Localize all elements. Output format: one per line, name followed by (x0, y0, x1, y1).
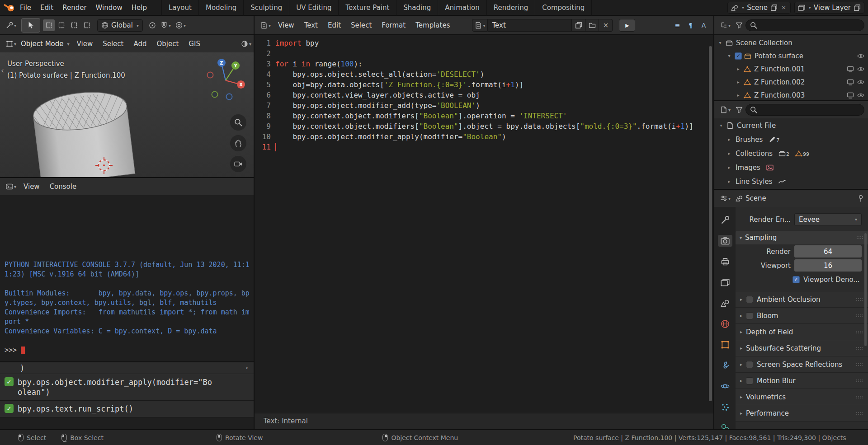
workspace-tab-layout[interactable]: Layout (161, 0, 199, 15)
editor-type-button[interactable]: ▾ (4, 180, 19, 193)
monitor-icon[interactable] (847, 66, 854, 73)
expand-icon[interactable]: ▸ (735, 66, 741, 71)
viewport-menu-gis[interactable]: GIS (184, 35, 205, 53)
monitor-icon[interactable] (847, 79, 854, 86)
blend-file-row-images[interactable]: ▸Images (714, 160, 868, 174)
mode-dropdown[interactable]: Object Mode ▾ (19, 37, 72, 51)
3d-viewport[interactable]: ▾ Object Mode ▾ ViewSelectAddObjectGIS ▾ (0, 35, 254, 177)
expand-icon[interactable]: ▸ (726, 137, 732, 142)
filter-icon[interactable] (736, 106, 743, 113)
filter-icon[interactable] (736, 22, 743, 29)
properties-tab-output[interactable] (718, 256, 732, 267)
text-menu-view[interactable]: View (273, 16, 299, 34)
expand-icon[interactable]: ▸ (735, 80, 741, 84)
workspace-tab-modeling[interactable]: Modeling (199, 0, 244, 15)
shading-dropdown[interactable]: ▾ (239, 37, 254, 51)
panel-drag-grip[interactable] (856, 347, 863, 350)
workspace-tab-texture-paint[interactable]: Texture Paint (339, 0, 396, 15)
panel-drag-grip[interactable] (856, 314, 863, 318)
viewport-samples-field[interactable]: 16 (794, 259, 862, 272)
syntax-highlight-toggle[interactable]: A (698, 19, 710, 32)
panel-bloom[interactable]: ▸Bloom (736, 308, 868, 324)
eye-icon[interactable] (857, 79, 864, 86)
panel-drag-grip[interactable] (856, 298, 863, 301)
panel-drag-grip[interactable] (856, 395, 863, 399)
navigation-gizmo[interactable]: ZYX (203, 57, 248, 102)
properties-tab-tool[interactable] (718, 214, 732, 226)
menu-window[interactable]: Window (91, 4, 127, 12)
text-menu-format[interactable]: Format (377, 16, 410, 34)
outliner-row-potato-surface[interactable]: ▾Potato surface (714, 49, 868, 62)
code-area[interactable]: 1234567891011 import bpyfor i in range(1… (255, 35, 713, 413)
workspace-tab-shading[interactable]: Shading (396, 0, 438, 15)
scrollbar[interactable] (864, 233, 867, 346)
camera-view-button[interactable] (230, 156, 246, 172)
workspace-tab-rendering[interactable]: Rendering (487, 0, 536, 15)
viewport-menu-object[interactable]: Object (152, 35, 184, 53)
scene-selector[interactable]: ▾ Scene × (727, 2, 791, 14)
code-lines[interactable]: import bpyfor i in range(100): bpy.ops.o… (275, 38, 713, 413)
editor-type-button[interactable]: ▾ (718, 103, 733, 117)
eye-icon[interactable] (857, 66, 864, 73)
panel-drag-grip[interactable] (856, 330, 863, 334)
pivot-point-button[interactable] (146, 19, 158, 32)
close-icon[interactable]: × (780, 4, 787, 11)
properties-tab-render[interactable] (718, 235, 732, 247)
workspace-tab-animation[interactable]: Animation (438, 0, 486, 15)
blend-file-row-collections[interactable]: ▸Collections299 (714, 146, 868, 160)
snap-toggle-button[interactable]: ▾ (158, 19, 173, 32)
viewport-menu-add[interactable]: Add (128, 35, 151, 53)
new-text-button[interactable] (572, 19, 585, 32)
viewport-canvas[interactable]: User Perspective (1) Potato surface | Z … (0, 52, 254, 177)
chevron-down-icon[interactable]: ▾ (245, 365, 248, 370)
blend-file-row-line-styles[interactable]: ▸Line Styles (714, 174, 868, 188)
eye-icon[interactable] (857, 92, 864, 99)
monitor-icon[interactable] (847, 92, 854, 99)
transform-orientation-dropdown[interactable]: Global ▾ (97, 19, 143, 32)
properties-tab-physics[interactable] (718, 380, 732, 392)
properties-tab-object[interactable] (718, 339, 732, 351)
menu-render[interactable]: Render (58, 4, 91, 12)
panel-drag-grip[interactable] (856, 363, 863, 366)
blend-file-row-current-file[interactable]: ▾Current File (714, 118, 868, 132)
select-mode-extend-button[interactable] (56, 19, 67, 31)
render-engine-select[interactable]: Eevee ▾ (794, 213, 862, 226)
properties-tab-particles[interactable] (718, 401, 732, 413)
outliner-search-input[interactable] (745, 19, 864, 31)
text-menu-templates[interactable]: Templates (410, 16, 455, 34)
editor-type-button[interactable]: ▾ (718, 192, 733, 205)
text-editor[interactable]: 1234567891011 import bpyfor i in range(1… (255, 35, 713, 429)
expand-icon[interactable]: ▸ (726, 165, 732, 170)
toolbar-collapse-icon[interactable]: ‹ (1, 66, 4, 75)
info-log-entry[interactable]: ✓bpy.ops.object.modifier_apply(modifier=… (0, 374, 254, 401)
select-mode-new-button[interactable] (43, 19, 55, 31)
view-layer-selector[interactable]: ▾ View Layer (794, 2, 864, 14)
info-log-entry-partial[interactable]: ) ▾ (0, 362, 254, 374)
browse-text-button[interactable]: ▾ (472, 19, 488, 32)
expand-icon[interactable]: ▸ (726, 151, 732, 156)
properties-tab-scene[interactable] (718, 297, 732, 309)
expand-icon[interactable]: ▸ (726, 179, 732, 184)
panel-sampling[interactable]: ▾ Sampling (736, 231, 868, 244)
editor-type-button[interactable]: ▾ (258, 19, 273, 32)
collection-checkbox[interactable] (735, 52, 742, 60)
outliner-row-z-function-003[interactable]: ▸Z Function.003 (714, 89, 868, 100)
console-output[interactable]: PYTHON INTERACTIVE CONSOLE 3.7.7 (defaul… (0, 195, 254, 361)
checkbox-ambient-occlusion[interactable] (746, 296, 753, 303)
render-samples-field[interactable]: 64 (794, 245, 862, 258)
text-menu-select[interactable]: Select (346, 16, 377, 34)
panel-screen-space-reflections[interactable]: ▸Screen Space Reflections (736, 356, 868, 373)
properties-tab-view-layer[interactable] (718, 276, 732, 288)
console-prompt[interactable]: >>> (5, 346, 249, 355)
text-name-field[interactable]: Text (488, 19, 572, 32)
panel-drag-grip[interactable] (856, 412, 863, 415)
pin-icon[interactable] (857, 195, 864, 202)
panel-volumetrics[interactable]: ▸Volumetrics (736, 389, 868, 405)
select-mode-intersect-button[interactable] (81, 19, 93, 31)
editor-type-button[interactable]: ▾ (4, 19, 19, 32)
blender-logo-icon[interactable] (4, 3, 15, 12)
panel-ambient-occlusion[interactable]: ▸Ambient Occlusion (736, 291, 868, 308)
scrollbar[interactable] (709, 46, 712, 401)
outliner-row-scene-collection[interactable]: ▾Scene Collection (714, 36, 868, 49)
line-numbers-toggle[interactable]: ≡ (671, 19, 684, 32)
